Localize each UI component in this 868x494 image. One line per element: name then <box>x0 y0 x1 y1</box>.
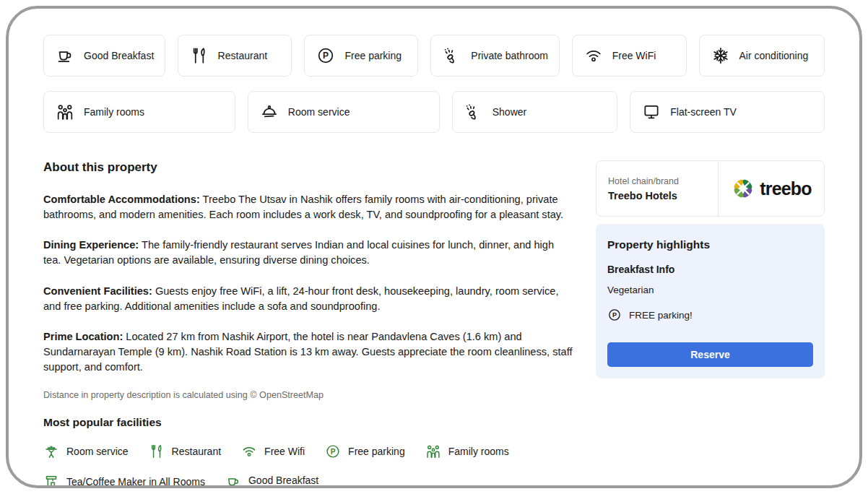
amenity-label: Good Breakfast <box>84 50 154 61</box>
paragraph-facilities: Convenient Facilities: Guests enjoy free… <box>43 284 574 314</box>
amenity-chip-restaurant: Restaurant <box>178 35 292 77</box>
coffee-cup-icon <box>56 46 74 65</box>
facility-family-rooms: Family rooms <box>425 443 509 459</box>
hotel-chain-name: Treebo Hotels <box>608 190 706 202</box>
about-section: About this property Comfortable Accommod… <box>43 160 574 488</box>
snowflake-icon <box>711 46 730 65</box>
property-highlights-panel: Property highlights Breakfast Info Veget… <box>596 224 825 378</box>
amenity-chip-air-conditioning: Air conditioning <box>699 35 825 77</box>
facility-restaurant: Restaurant <box>149 443 221 459</box>
free-parking-text: FREE parking! <box>629 310 693 321</box>
shower-icon <box>464 103 483 121</box>
facility-tea-coffee-maker: Tea/Coffee Maker in All Rooms <box>43 474 205 488</box>
amenity-label: Family rooms <box>84 106 144 118</box>
paragraph-label: Dining Experience: <box>43 239 139 251</box>
paragraph-dining: Dining Experience: The family-friendly r… <box>43 238 574 268</box>
amenity-chip-flat-screen-tv: Flat-screen TV <box>630 91 825 133</box>
facility-label: Tea/Coffee Maker in All Rooms <box>66 476 205 488</box>
property-highlights-title: Property highlights <box>607 238 813 251</box>
reserve-button[interactable]: Reserve <box>607 342 813 367</box>
amenity-chip-good-breakfast: Good Breakfast <box>43 35 165 77</box>
facility-label: Restaurant <box>172 446 221 457</box>
amenity-label: Free parking <box>344 50 402 61</box>
amenity-label: Free WiFi <box>612 50 656 61</box>
tv-icon <box>642 103 661 121</box>
paragraph-accommodations: Comfortable Accommodations: Treebo The U… <box>43 192 574 222</box>
amenity-chip-family-rooms: Family rooms <box>43 91 235 133</box>
amenity-chip-row-1: Good Breakfast Restaurant Free parking P… <box>43 35 825 77</box>
facility-free-wifi: Free Wifi <box>241 443 305 459</box>
popular-facilities-row-1: Room service Restaurant Free Wifi Free p… <box>43 443 574 459</box>
facility-label[interactable]: Good Breakfast <box>248 474 318 488</box>
shower-icon <box>443 46 461 65</box>
fork-knife-icon <box>149 443 165 459</box>
fork-knife-icon <box>190 46 209 65</box>
facility-free-parking: Free parking <box>325 443 405 459</box>
amenity-label: Shower <box>492 106 526 118</box>
page-frame: Good Breakfast Restaurant Free parking P… <box>6 6 862 488</box>
paragraph-label: Prime Location: <box>43 331 123 342</box>
amenity-label: Private bathroom <box>471 50 548 61</box>
amenity-chip-shower: Shower <box>452 91 618 133</box>
free-parking-highlight: FREE parking! <box>607 308 813 322</box>
paragraph-text: Located 27 km from Nashik Airport, the h… <box>43 331 572 373</box>
hotel-chain-label: Hotel chain/brand <box>608 176 706 186</box>
amenity-label: Room service <box>288 106 350 118</box>
amenity-chip-free-wifi: Free WiFi <box>572 35 687 77</box>
breakfast-info-label: Breakfast Info <box>607 264 813 275</box>
facility-label: Family rooms <box>448 446 509 457</box>
parking-icon <box>325 443 341 459</box>
amenity-chip-row-2: Family rooms Room service Shower Flat-sc… <box>43 91 825 133</box>
amenity-label: Flat-screen TV <box>670 106 737 118</box>
paragraph-label: Convenient Facilities: <box>43 285 152 297</box>
coffee-machine-icon <box>43 474 59 488</box>
brand-logo[interactable]: treebo <box>719 161 824 216</box>
parking-icon <box>316 46 335 65</box>
hotel-chain-card: Hotel chain/brand Treebo Hotels treebo <box>596 160 825 217</box>
facility-label: Free parking <box>348 446 405 457</box>
waiter-tray-icon <box>43 443 59 459</box>
about-title: About this property <box>43 160 574 175</box>
parking-icon <box>607 308 622 322</box>
amenity-chip-room-service: Room service <box>248 91 440 133</box>
hotel-chain-info: Hotel chain/brand Treebo Hotels <box>596 161 719 216</box>
coffee-cup-icon <box>225 474 241 488</box>
facility-room-service: Room service <box>43 443 129 459</box>
popular-facilities-row-2: Tea/Coffee Maker in All Rooms Good Break… <box>43 474 574 488</box>
facility-label: Free Wifi <box>264 446 305 457</box>
amenity-label: Air conditioning <box>739 50 809 61</box>
treebo-wordmark: treebo <box>760 178 812 199</box>
amenity-label: Restaurant <box>218 50 267 61</box>
amenity-chip-free-parking: Free parking <box>304 35 418 77</box>
paragraph-location: Prime Location: Located 27 km from Nashi… <box>43 329 574 375</box>
popular-facilities-title: Most popular facilities <box>43 416 574 429</box>
breakfast-info-value: Vegetarian <box>607 285 813 295</box>
family-icon <box>425 443 441 459</box>
family-icon <box>56 103 74 121</box>
wifi-icon <box>241 443 257 459</box>
cloche-icon <box>260 103 279 121</box>
facility-label: Room service <box>66 446 129 457</box>
distance-footnote: Distance in property description is calc… <box>43 390 574 400</box>
wifi-icon <box>584 46 603 65</box>
amenity-chip-private-bathroom: Private bathroom <box>430 35 559 77</box>
facility-good-breakfast[interactable]: Good Breakfast <box>225 474 318 488</box>
paragraph-label: Comfortable Accommodations: <box>43 194 200 205</box>
treebo-pinwheel-icon <box>731 176 755 201</box>
